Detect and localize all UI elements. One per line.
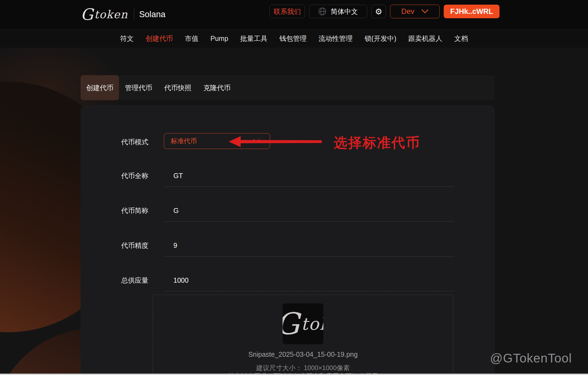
nav-item-market-cap[interactable]: 市值 [185,34,198,43]
brand-g-icon: G [81,7,93,22]
chevron-down-icon [421,9,428,14]
chain-name: Solana [139,10,166,19]
token-decimals-input[interactable]: 9 [173,242,177,249]
total-supply-underline [164,291,454,291]
main-nav: 符文 创建代币 市值 Pump 批量工具 钱包管理 流动性管理 锁(开发中) 跟… [0,29,588,48]
network-select[interactable]: Dev [390,5,440,18]
brand-script: token [94,8,128,21]
annotation-arrow [228,136,323,148]
annotation-text: 选择标准代币 [334,134,420,152]
logo-preview-image[interactable]: G tok [283,303,323,344]
nav-item-lock[interactable]: 锁(开发中) [365,34,396,43]
wallet-address-button[interactable]: FJHk..cWRL [444,5,500,18]
nav-item-runes[interactable]: 符文 [120,34,134,43]
create-token-panel: 代币模式 标准代币 选择标准代币 代币全称 GT 代币简称 G 代币精度 9 总… [81,105,495,375]
token-symbol-label: 代币简称 [121,206,148,215]
logo-upload-dropzone[interactable]: G tok Snipaste_2025-03-04_15-00-19.png 建… [153,295,453,375]
contact-button[interactable]: 联系我们 [270,5,305,18]
token-name-label: 代币全称 [121,171,148,180]
network-label: Dev [401,7,414,16]
settings-button[interactable]: ⚙ [371,5,386,18]
token-symbol-underline [164,221,454,222]
tab-clone-token[interactable]: 克隆代币 [197,75,237,100]
brand-logo[interactable]: G token Solana [81,0,166,29]
tab-token-snapshot[interactable]: 代币快照 [158,75,197,100]
token-mode-value: 标准代币 [171,137,197,145]
token-name-underline [164,187,454,187]
total-supply-input[interactable]: 1000 [173,276,189,284]
nav-item-batch-tools[interactable]: 批量工具 [240,34,267,43]
language-label: 简体中文 [331,7,358,16]
token-name-input[interactable]: GT [173,172,183,180]
token-tabs: 创建代币 管理代币 代币快照 克隆代币 [81,75,495,100]
upload-size-hint: 建议尺寸大小： 1000×1000像素 [153,364,453,372]
page: G token Solana 联系我们 简体中文 ⚙ Dev FJHk [0,0,588,375]
nav-item-copy-bot[interactable]: 跟卖机器人 [408,34,442,43]
logo-divider [134,8,134,20]
token-mode-label: 代币模式 [121,138,148,147]
uploaded-filename: Snipaste_2025-03-04_15-00-19.png [153,350,453,358]
watermark: @GTokenTool [490,351,572,365]
nav-item-pump[interactable]: Pump [210,35,228,42]
nav-item-wallet-manage[interactable]: 钱包管理 [279,34,307,43]
header: G token Solana 联系我们 简体中文 ⚙ Dev FJHk [0,0,588,29]
tab-create-token[interactable]: 创建代币 [81,75,119,100]
logo-preview-script: tok [301,314,323,334]
token-decimals-underline [164,256,454,257]
language-button[interactable]: 简体中文 [309,5,367,18]
nav-item-liquidity-manage[interactable]: 流动性管理 [318,34,353,43]
tab-manage-token[interactable]: 管理代币 [119,75,158,100]
globe-icon [318,7,326,16]
bottom-scrollbar[interactable] [0,374,588,375]
token-symbol-input[interactable]: G [173,207,179,215]
token-decimals-label: 代币精度 [121,241,148,250]
total-supply-label: 总供应量 [121,276,148,285]
nav-item-create-token[interactable]: 创建代币 [146,34,173,43]
nav-item-docs[interactable]: 文档 [454,34,468,43]
logo-preview-mark: G tok [283,309,323,339]
logo-preview-g-icon: G [283,309,299,339]
header-actions: 联系我们 简体中文 ⚙ Dev FJHk..cWRL [270,5,500,18]
gear-icon: ⚙ [375,7,382,16]
